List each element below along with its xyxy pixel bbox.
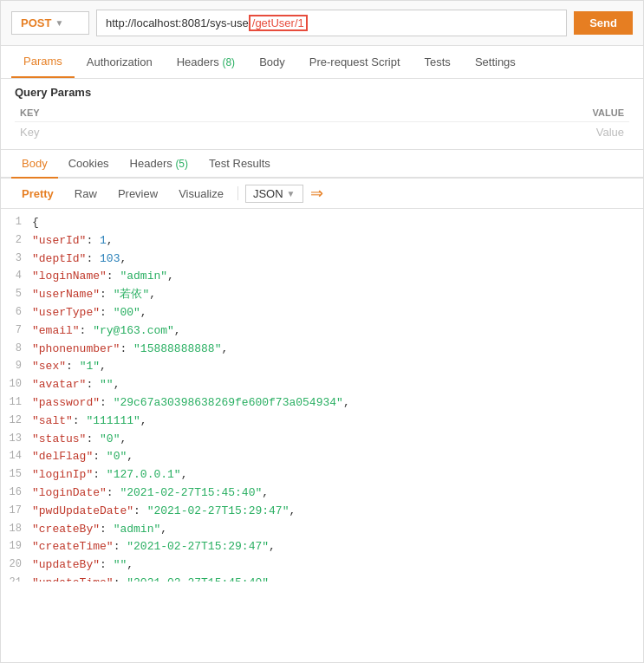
tab-body[interactable]: Body (247, 47, 297, 77)
query-params-section: Query Params KEY VALUE Key Value (1, 79, 643, 150)
format-pretty-button[interactable]: Pretty (15, 185, 61, 203)
json-key: "deptId" (32, 252, 86, 265)
json-value: 1 (100, 234, 107, 247)
line-number: 17 (8, 503, 32, 519)
json-key: "updateTime" (32, 576, 114, 582)
json-line: 12 "salt": "111111", (1, 413, 643, 431)
resp-tab-body[interactable]: Body (11, 150, 58, 179)
wrap-icon[interactable]: ⇒ (310, 184, 323, 203)
value-placeholder[interactable]: Value (270, 122, 629, 143)
tab-authorization[interactable]: Authorization (75, 47, 165, 77)
json-line: 20 "updateBy": "", (1, 556, 643, 575)
tab-settings[interactable]: Settings (463, 47, 528, 77)
line-number: 9 (8, 358, 32, 374)
json-value: "ry@163.com" (93, 324, 174, 337)
tab-prerequest[interactable]: Pre-request Script (297, 47, 413, 77)
resp-tab-test-results[interactable]: Test Results (198, 150, 281, 177)
line-number: 3 (8, 250, 32, 267)
resp-tab-headers[interactable]: Headers (5) (120, 150, 198, 177)
json-key: "avatar" (32, 378, 86, 391)
json-line-content: "deptId": 103, (32, 250, 636, 269)
json-key: "pwdUpdateDate" (32, 504, 133, 517)
format-preview-button[interactable]: Preview (111, 185, 165, 203)
json-key: "status" (32, 432, 86, 445)
json-key: "userId" (32, 234, 86, 247)
json-value: "2021-02-27T15:29:47" (127, 540, 269, 553)
line-number: 10 (8, 376, 32, 393)
line-number: 18 (8, 521, 32, 537)
json-scroll-area[interactable]: 1{2 "userId": 1,3 "deptId": 103,4 "login… (1, 209, 643, 582)
json-key: "delFlag" (32, 450, 93, 463)
json-value: "admin" (120, 270, 167, 283)
key-col-header: KEY (15, 104, 270, 122)
json-format-select[interactable]: JSON ▼ (245, 185, 303, 203)
json-line: 15 "loginIp": "127.0.0.1", (1, 466, 643, 484)
format-bar: Pretty Raw Preview Visualize JSON ▼ ⇒ (1, 179, 643, 209)
json-value: "29c67a30398638269fe600f73a054934" (114, 396, 343, 409)
format-visualize-button[interactable]: Visualize (172, 185, 231, 203)
json-key: "salt" (32, 414, 73, 427)
json-value: "若依" (114, 288, 150, 301)
line-number: 16 (8, 484, 32, 501)
json-line-content: "avatar": "", (32, 376, 636, 394)
json-line: 3 "deptId": 103, (1, 250, 643, 269)
json-line: 4 "loginName": "admin", (1, 268, 643, 286)
json-line-content: "updateBy": "", (32, 556, 636, 575)
json-line-content: "delFlag": "0", (32, 448, 636, 466)
json-value: "0" (100, 432, 120, 445)
json-value: "111111" (86, 414, 140, 427)
params-table: KEY VALUE Key Value (15, 104, 629, 142)
method-chevron-icon: ▼ (55, 18, 63, 28)
send-button[interactable]: Send (574, 11, 633, 35)
json-line: 9 "sex": "1", (1, 358, 643, 376)
key-placeholder[interactable]: Key (15, 122, 270, 143)
method-select[interactable]: POST ▼ (11, 11, 89, 35)
line-number: 12 (8, 413, 32, 429)
response-tabs: Body Cookies Headers (5) Test Results (1, 150, 643, 179)
json-value: 103 (100, 252, 120, 265)
json-value: "2021-02-27T15:29:47" (147, 504, 289, 517)
json-line: 5 "userName": "若依", (1, 286, 643, 304)
line-number: 11 (8, 394, 32, 411)
headers-badge: (8) (222, 56, 235, 68)
tab-headers[interactable]: Headers (8) (165, 47, 247, 77)
resp-tab-cookies[interactable]: Cookies (58, 150, 120, 177)
json-line-content: "phonenumber": "15888888888", (32, 341, 636, 359)
json-line-content: "pwdUpdateDate": "2021-02-27T15:29:47", (32, 503, 636, 521)
tab-params[interactable]: Params (11, 46, 75, 78)
json-line: 18 "createBy": "admin", (1, 521, 643, 539)
json-value: "00" (114, 306, 140, 319)
json-line-content: "salt": "111111", (32, 413, 636, 431)
json-line-content: "createBy": "admin", (32, 521, 636, 539)
json-line-content: "email": "ry@163.com", (32, 322, 636, 341)
json-line: 6 "userType": "00", (1, 304, 643, 322)
url-bar[interactable]: http://localhost:8081/sys-use/getUser/1 (96, 10, 567, 36)
json-line: 7 "email": "ry@163.com", (1, 322, 643, 341)
line-number: 4 (8, 268, 32, 284)
json-line: 21 "updateTime": "2021-02-27T15:45:40", (1, 575, 643, 582)
json-key: "updateBy" (32, 558, 100, 571)
json-value: "15888888888" (133, 342, 221, 355)
json-key: "sex" (32, 360, 66, 373)
json-key: "password" (32, 396, 100, 409)
url-prefix: http://localhost:8081/sys-use (106, 16, 249, 29)
format-raw-button[interactable]: Raw (68, 185, 104, 203)
json-line-content: "userType": "00", (32, 304, 636, 322)
json-key: "createBy" (32, 523, 100, 536)
json-line-content: "status": "0", (32, 431, 636, 449)
json-line: 17 "pwdUpdateDate": "2021-02-27T15:29:47… (1, 503, 643, 521)
json-line: 1{ (1, 214, 643, 232)
tab-tests[interactable]: Tests (413, 47, 463, 77)
json-key: "createTime" (32, 540, 114, 553)
json-line: 8 "phonenumber": "15888888888", (1, 341, 643, 359)
json-line-content: "updateTime": "2021-02-27T15:45:40", (32, 575, 636, 582)
line-number: 5 (8, 286, 32, 302)
json-value: "" (114, 558, 127, 571)
json-line-content: { (32, 214, 636, 232)
line-number: 1 (8, 214, 32, 231)
json-value: "1" (80, 360, 100, 373)
json-key: "loginDate" (32, 486, 107, 499)
url-highlight: /getUser/1 (249, 15, 308, 31)
json-line: 19 "createTime": "2021-02-27T15:29:47", (1, 538, 643, 556)
json-key: "phonenumber" (32, 342, 120, 355)
